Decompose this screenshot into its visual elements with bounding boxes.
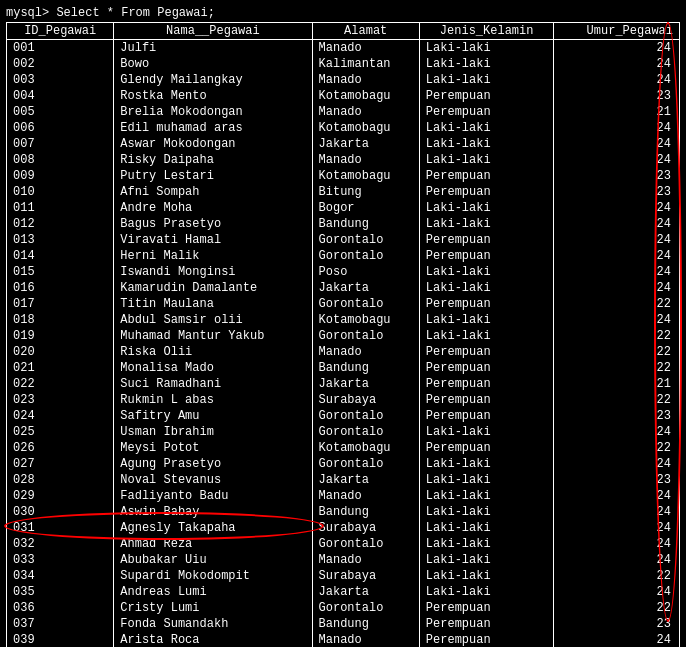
table-cell: Jakarta bbox=[312, 584, 419, 600]
table-cell: 24 bbox=[554, 40, 680, 57]
table-cell: Kalimantan bbox=[312, 56, 419, 72]
table-cell: 036 bbox=[7, 600, 114, 616]
table-row: 013Viravati HamalGorontaloPerempuan24 bbox=[7, 232, 680, 248]
table-cell: Laki-laki bbox=[419, 152, 554, 168]
table-cell: 033 bbox=[7, 552, 114, 568]
table-row: 026Meysi PototKotamobaguPerempuan22 bbox=[7, 440, 680, 456]
table-cell: Aswar Mokodongan bbox=[114, 136, 312, 152]
table-cell: Bandung bbox=[312, 616, 419, 632]
table-cell: Laki-laki bbox=[419, 520, 554, 536]
table-row: 015Iswandi MonginsiPosoLaki-laki24 bbox=[7, 264, 680, 280]
table-cell: 012 bbox=[7, 216, 114, 232]
table-cell: 24 bbox=[554, 504, 680, 520]
table-cell: 24 bbox=[554, 56, 680, 72]
table-cell: Perempuan bbox=[419, 344, 554, 360]
table-cell: 24 bbox=[554, 136, 680, 152]
table-cell: Kamarudin Damalante bbox=[114, 280, 312, 296]
table-row: 022Suci RamadhaniJakartaPerempuan21 bbox=[7, 376, 680, 392]
table-cell: 018 bbox=[7, 312, 114, 328]
col-header-id_pegawai: ID_Pegawai bbox=[7, 23, 114, 40]
table-cell: 006 bbox=[7, 120, 114, 136]
table-cell: 23 bbox=[554, 88, 680, 104]
table-cell: Gorontalo bbox=[312, 232, 419, 248]
table-cell: Laki-laki bbox=[419, 584, 554, 600]
table-cell: Manado bbox=[312, 488, 419, 504]
table-cell: 22 bbox=[554, 568, 680, 584]
col-header-nama__pegawai: Nama__Pegawai bbox=[114, 23, 312, 40]
table-cell: Bitung bbox=[312, 184, 419, 200]
table-cell: Laki-laki bbox=[419, 328, 554, 344]
table-cell: 24 bbox=[554, 552, 680, 568]
table-cell: Surabaya bbox=[312, 520, 419, 536]
table-cell: Muhamad Mantur Yakub bbox=[114, 328, 312, 344]
table-cell: Perempuan bbox=[419, 616, 554, 632]
table-cell: Manado bbox=[312, 632, 419, 647]
table-cell: 22 bbox=[554, 344, 680, 360]
table-cell: 22 bbox=[554, 360, 680, 376]
table-cell: 24 bbox=[554, 312, 680, 328]
table-row: 033Abubakar UiuManadoLaki-laki24 bbox=[7, 552, 680, 568]
table-cell: Fonda Sumandakh bbox=[114, 616, 312, 632]
table-cell: Arista Roca bbox=[114, 632, 312, 647]
table-cell: Bandung bbox=[312, 216, 419, 232]
table-cell: Laki-laki bbox=[419, 552, 554, 568]
table-cell: Kotamobagu bbox=[312, 88, 419, 104]
table-cell: Manado bbox=[312, 552, 419, 568]
table-cell: 029 bbox=[7, 488, 114, 504]
table-cell: 23 bbox=[554, 472, 680, 488]
table-cell: 24 bbox=[554, 232, 680, 248]
table-cell: Gorontalo bbox=[312, 408, 419, 424]
table-cell: Manado bbox=[312, 152, 419, 168]
table-cell: Kotamobagu bbox=[312, 120, 419, 136]
table-cell: 22 bbox=[554, 328, 680, 344]
table-cell: 22 bbox=[554, 440, 680, 456]
table-cell: 24 bbox=[554, 536, 680, 552]
table-cell: 035 bbox=[7, 584, 114, 600]
table-cell: 005 bbox=[7, 104, 114, 120]
table-cell: Perempuan bbox=[419, 232, 554, 248]
table-cell: Jakarta bbox=[312, 280, 419, 296]
table-cell: 011 bbox=[7, 200, 114, 216]
table-cell: Gorontalo bbox=[312, 424, 419, 440]
table-cell: Iswandi Monginsi bbox=[114, 264, 312, 280]
table-cell: Perempuan bbox=[419, 88, 554, 104]
table-cell: Perempuan bbox=[419, 296, 554, 312]
table-row: 003Glendy MailangkayManadoLaki-laki24 bbox=[7, 72, 680, 88]
table-cell: 032 bbox=[7, 536, 114, 552]
table-cell: Manado bbox=[312, 344, 419, 360]
table-cell: Laki-laki bbox=[419, 456, 554, 472]
table-cell: Gorontalo bbox=[312, 456, 419, 472]
table-cell: Manado bbox=[312, 40, 419, 57]
table-cell: 24 bbox=[554, 152, 680, 168]
table-row: 008Risky DaipahaManadoLaki-laki24 bbox=[7, 152, 680, 168]
table-row: 030Aswin BabayBandungLaki-laki24 bbox=[7, 504, 680, 520]
table-cell: 24 bbox=[554, 200, 680, 216]
table-cell: Manado bbox=[312, 104, 419, 120]
table-cell: 039 bbox=[7, 632, 114, 647]
table-cell: Kotamobagu bbox=[312, 168, 419, 184]
table-row: 007Aswar MokodonganJakartaLaki-laki24 bbox=[7, 136, 680, 152]
table-cell: Rostka Mento bbox=[114, 88, 312, 104]
table-cell: 23 bbox=[554, 168, 680, 184]
table-row: 036Cristy LumiGorontaloPerempuan22 bbox=[7, 600, 680, 616]
table-cell: Andre Moha bbox=[114, 200, 312, 216]
table-row: 014Herni MalikGorontaloPerempuan24 bbox=[7, 248, 680, 264]
table-cell: Perempuan bbox=[419, 632, 554, 647]
table-cell: 23 bbox=[554, 184, 680, 200]
table-cell: Manado bbox=[312, 72, 419, 88]
terminal: mysql> Select * From Pegawai; ID_Pegawai… bbox=[0, 0, 686, 647]
table-cell: Perempuan bbox=[419, 600, 554, 616]
table-cell: Gorontalo bbox=[312, 328, 419, 344]
table-cell: 028 bbox=[7, 472, 114, 488]
table-cell: Laki-laki bbox=[419, 40, 554, 57]
table-cell: Laki-laki bbox=[419, 312, 554, 328]
table-row: 023Rukmin L abasSurabayaPerempuan22 bbox=[7, 392, 680, 408]
table-row: 005Brelia MokodonganManadoPerempuan21 bbox=[7, 104, 680, 120]
table-row: 012Bagus PrasetyoBandungLaki-laki24 bbox=[7, 216, 680, 232]
table-cell: 023 bbox=[7, 392, 114, 408]
table-cell: Perempuan bbox=[419, 360, 554, 376]
table-cell: Laki-laki bbox=[419, 56, 554, 72]
table-cell: Jakarta bbox=[312, 472, 419, 488]
table-cell: Bowo bbox=[114, 56, 312, 72]
table-row: 025Usman IbrahimGorontaloLaki-laki24 bbox=[7, 424, 680, 440]
